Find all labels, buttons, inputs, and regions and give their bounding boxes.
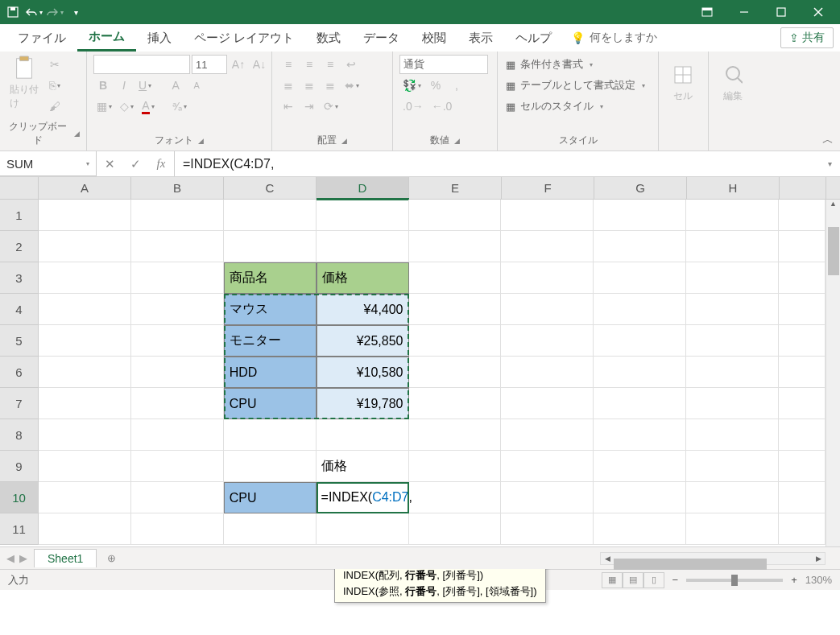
align-middle-button[interactable]: ≡ bbox=[300, 55, 319, 74]
align-center-button[interactable]: ≣ bbox=[300, 76, 319, 95]
tab-review[interactable]: 校閲 bbox=[411, 24, 457, 52]
bold-button[interactable]: B bbox=[93, 76, 113, 95]
tab-file[interactable]: ファイル bbox=[6, 24, 77, 52]
ribbon-display-icon[interactable] bbox=[689, 0, 726, 24]
tab-view[interactable]: 表示 bbox=[457, 24, 504, 52]
tab-insert[interactable]: 挿入 bbox=[136, 24, 183, 52]
paste-button[interactable]: 貼り付け bbox=[6, 55, 42, 111]
hscroll-thumb[interactable] bbox=[614, 559, 767, 570]
tab-data[interactable]: データ bbox=[352, 24, 411, 52]
comma-button[interactable]: , bbox=[447, 76, 466, 95]
name-box-dropdown-icon[interactable]: ▾ bbox=[86, 160, 89, 167]
tab-home[interactable]: ホーム bbox=[77, 24, 136, 52]
sheet-nav-prev-icon[interactable]: ◀ bbox=[6, 552, 14, 564]
cell-D6[interactable]: ¥10,580 bbox=[317, 357, 409, 388]
zoom-thumb[interactable] bbox=[731, 575, 738, 586]
italic-button[interactable]: I bbox=[114, 76, 134, 95]
format-painter-button[interactable]: 🖌 bbox=[45, 97, 64, 116]
col-header-B[interactable]: B bbox=[131, 177, 224, 199]
scroll-up-icon[interactable]: ▲ bbox=[826, 200, 840, 212]
grow-font-button[interactable]: A bbox=[166, 76, 185, 95]
close-icon[interactable] bbox=[800, 0, 837, 24]
decrease-indent-button[interactable]: ⇤ bbox=[279, 97, 298, 116]
redo-icon[interactable]: ▾ bbox=[45, 2, 64, 23]
cell-D4[interactable]: ¥4,400 bbox=[317, 294, 409, 325]
align-left-button[interactable]: ≣ bbox=[279, 76, 298, 95]
phonetic-button[interactable]: ᵃ⁄ₐ▾ bbox=[169, 97, 190, 116]
merge-button[interactable]: ⬌▾ bbox=[341, 76, 362, 95]
add-sheet-button[interactable]: ⊕ bbox=[101, 549, 121, 568]
cancel-formula-button[interactable]: ✕ bbox=[101, 157, 118, 171]
row-header-10[interactable]: 10 bbox=[0, 482, 39, 513]
wrap-text-button[interactable]: ↩ bbox=[341, 55, 361, 74]
row-header-9[interactable]: 9 bbox=[0, 451, 39, 482]
expand-formula-bar-icon[interactable]: ▾ bbox=[828, 159, 832, 168]
spreadsheet-grid[interactable]: A B C D E F G H 1 2 3商品名価格 4マウス¥4,400 5モ… bbox=[0, 177, 840, 546]
zoom-in-button[interactable]: + bbox=[791, 574, 797, 586]
cell-styles-button[interactable]: ▦セルのスタイル▾ bbox=[504, 97, 652, 116]
undo-icon[interactable]: ▾ bbox=[24, 2, 43, 23]
insert-function-button[interactable]: fx bbox=[153, 157, 169, 171]
vscroll-thumb[interactable] bbox=[828, 227, 839, 275]
cell-D5[interactable]: ¥25,850 bbox=[317, 325, 409, 357]
page-break-view-button[interactable]: ▯ bbox=[643, 572, 664, 588]
vertical-scrollbar[interactable]: ▲ bbox=[826, 200, 840, 546]
minimize-icon[interactable] bbox=[726, 0, 763, 24]
copy-button[interactable]: ⎘▾ bbox=[45, 76, 64, 95]
row-header-11[interactable]: 11 bbox=[0, 513, 39, 545]
shrink-font-button[interactable]: A bbox=[187, 76, 206, 95]
row-header-4[interactable]: 4 bbox=[0, 294, 39, 325]
name-box[interactable]: SUM ▾ bbox=[0, 151, 97, 176]
align-right-button[interactable]: ≣ bbox=[321, 76, 340, 95]
alignment-launcher-icon[interactable]: ◢ bbox=[341, 137, 347, 145]
page-layout-view-button[interactable]: ▤ bbox=[623, 572, 643, 588]
cut-button[interactable]: ✂ bbox=[45, 55, 64, 74]
editing-button[interactable]: 編集 bbox=[715, 55, 751, 111]
tell-me-search[interactable]: 💡 何をしますか bbox=[571, 31, 657, 45]
zoom-percent[interactable]: 130% bbox=[805, 574, 832, 586]
col-header-C[interactable]: C bbox=[224, 177, 317, 199]
cell-D7[interactable]: ¥19,780 bbox=[317, 388, 409, 419]
enter-formula-button[interactable]: ✓ bbox=[127, 157, 143, 171]
sheet-nav-next-icon[interactable]: ▶ bbox=[19, 552, 27, 564]
cells-button[interactable]: セル bbox=[665, 55, 701, 111]
row-header-6[interactable]: 6 bbox=[0, 357, 39, 388]
decrease-decimal-button[interactable]: ←.0 bbox=[428, 97, 456, 116]
tab-formulas[interactable]: 数式 bbox=[305, 24, 352, 52]
row-header-1[interactable]: 1 bbox=[0, 200, 39, 231]
cell-C7[interactable]: CPU bbox=[224, 388, 317, 419]
cell-D3[interactable]: 価格 bbox=[317, 262, 409, 294]
save-icon[interactable] bbox=[3, 2, 23, 23]
increase-indent-button[interactable]: ⇥ bbox=[300, 97, 319, 116]
align-bottom-button[interactable]: ≡ bbox=[321, 55, 340, 74]
tab-help[interactable]: ヘルプ bbox=[504, 24, 563, 52]
cell-C5[interactable]: モニター bbox=[224, 325, 317, 357]
hscroll-right-icon[interactable]: ▶ bbox=[812, 555, 825, 563]
col-header-extra[interactable] bbox=[780, 177, 826, 199]
number-launcher-icon[interactable]: ◢ bbox=[454, 137, 460, 145]
row-header-5[interactable]: 5 bbox=[0, 325, 39, 357]
increase-decimal-button[interactable]: .0→ bbox=[399, 97, 427, 116]
row-header-8[interactable]: 8 bbox=[0, 419, 39, 451]
select-all-corner[interactable] bbox=[0, 177, 39, 199]
font-color-button[interactable]: A▾ bbox=[139, 97, 158, 116]
hscroll-left-icon[interactable]: ◀ bbox=[601, 555, 614, 563]
cell-D10[interactable]: =INDEX(C4:D7, bbox=[317, 482, 409, 513]
underline-button[interactable]: U▾ bbox=[135, 76, 155, 95]
number-format-select[interactable] bbox=[399, 55, 488, 74]
cell-C4[interactable]: マウス bbox=[224, 294, 317, 325]
cell-C3[interactable]: 商品名 bbox=[224, 262, 317, 294]
normal-view-button[interactable]: ▦ bbox=[602, 572, 623, 588]
col-header-G[interactable]: G bbox=[594, 177, 687, 199]
accounting-button[interactable]: 💱▾ bbox=[399, 76, 424, 95]
row-header-2[interactable]: 2 bbox=[0, 231, 39, 262]
col-header-D[interactable]: D bbox=[317, 177, 409, 199]
borders-button[interactable]: ▦▾ bbox=[93, 97, 115, 116]
maximize-icon[interactable] bbox=[763, 0, 800, 24]
format-as-table-button[interactable]: ▦テーブルとして書式設定▾ bbox=[504, 76, 652, 95]
percent-button[interactable]: % bbox=[426, 76, 445, 95]
cell-D9[interactable]: 価格 bbox=[317, 451, 409, 482]
font-size-input[interactable] bbox=[192, 55, 227, 74]
col-header-H[interactable]: H bbox=[687, 177, 780, 199]
horizontal-scrollbar[interactable]: ◀ ▶ bbox=[600, 552, 826, 565]
